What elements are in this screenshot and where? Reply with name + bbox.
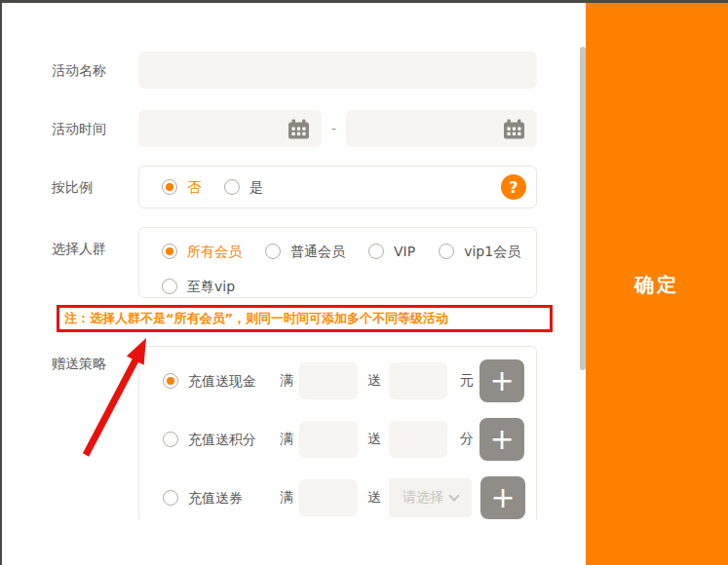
by-ratio-label: 按比例	[52, 166, 138, 197]
cash-give-input[interactable]	[389, 362, 447, 399]
gift-row-coupon: 充值送券 满 送 请选择 +	[163, 477, 536, 518]
radio-recharge-cash-label: 充值送现金	[188, 371, 270, 391]
coupon-select-placeholder: 请选择	[402, 489, 443, 507]
radio-button-icon	[368, 244, 384, 259]
radio-vip[interactable]: VIP	[368, 242, 415, 261]
radio-normal-members-label: 普通会员	[290, 242, 345, 261]
radio-recharge-coupon-label: 充值送券	[188, 488, 270, 508]
date-range-separator: -	[322, 121, 346, 136]
help-icon[interactable]: ?	[501, 174, 526, 200]
window-top-border	[0, 0, 728, 3]
radio-yes[interactable]: 是	[224, 177, 263, 197]
give-label: 送	[367, 372, 381, 390]
radio-all-members-label: 所有会员	[187, 242, 242, 261]
radio-button-icon	[162, 279, 177, 294]
activity-form: 活动名称 活动时间 -	[2, 3, 586, 565]
note-row: 注：选择人群不是“所有会员”，则同一时间可添加多个不同等级活动	[57, 305, 586, 332]
radio-button-icon	[224, 179, 240, 195]
gift-strategy-group: 充值送现金 满 送 元 + 充值送积分 满 送 分 +	[138, 346, 537, 519]
calendar-icon	[503, 119, 525, 139]
audience-row: 选择人群 所有会员 普通会员 VIP vip1会员	[52, 227, 586, 298]
radio-recharge-points[interactable]: 充值送积分	[163, 430, 270, 449]
activity-name-row: 活动名称	[52, 52, 586, 89]
note-text: 注：选择人群不是“所有会员”，则同一时间可添加多个不同等级活动	[64, 310, 448, 327]
radio-all-members[interactable]: 所有会员	[162, 242, 242, 261]
radio-yes-label: 是	[249, 177, 263, 197]
radio-button-icon	[265, 244, 281, 259]
by-ratio-group: 否 是 ?	[138, 166, 537, 208]
radio-vip1-label: vip1会员	[464, 242, 520, 261]
radio-button-icon	[163, 373, 178, 389]
radio-recharge-coupon[interactable]: 充值送券	[163, 488, 270, 508]
end-date-field[interactable]	[346, 110, 537, 147]
radio-supreme-vip[interactable]: 至尊vip	[162, 277, 235, 296]
audience-group: 所有会员 普通会员 VIP vip1会员 至尊vip	[138, 227, 537, 298]
unit-label: 分	[460, 431, 474, 448]
note-highlight-box: 注：选择人群不是“所有会员”，则同一时间可添加多个不同等级活动	[57, 305, 553, 332]
calendar-icon	[287, 119, 310, 139]
add-cash-rule-button[interactable]: +	[479, 359, 524, 402]
cash-threshold-input[interactable]	[299, 362, 358, 399]
activity-name-label: 活动名称	[52, 52, 138, 80]
start-date-field[interactable]	[138, 110, 322, 147]
add-coupon-rule-button[interactable]: +	[480, 476, 525, 519]
window-left-border	[0, 0, 2, 565]
radio-recharge-cash[interactable]: 充值送现金	[163, 371, 270, 391]
confirm-panel: 确定	[586, 3, 728, 565]
gift-row-points: 充值送积分 满 送 分 +	[163, 419, 536, 460]
radio-vip1[interactable]: vip1会员	[439, 242, 520, 261]
add-points-rule-button[interactable]: +	[479, 418, 524, 461]
audience-options-line2: 至尊vip	[162, 277, 526, 296]
audience-label: 选择人群	[52, 227, 138, 258]
scrollbar-thumb[interactable]	[580, 47, 586, 370]
confirm-button[interactable]: 确定	[634, 269, 679, 300]
points-give-input[interactable]	[389, 421, 447, 458]
activity-time-row: 活动时间 -	[52, 110, 586, 147]
radio-no-label: 否	[187, 177, 201, 197]
gift-strategy-row: 赠送策略 充值送现金 满 送 元 + 充值送积分 满	[52, 346, 586, 519]
radio-vip-label: VIP	[394, 242, 415, 261]
radio-button-icon	[439, 244, 454, 259]
give-label: 送	[367, 489, 381, 507]
give-label: 送	[367, 431, 381, 448]
by-ratio-row: 按比例 否 是 ?	[52, 166, 586, 208]
audience-options-line1: 所有会员 普通会员 VIP vip1会员	[162, 242, 526, 261]
radio-recharge-points-label: 充值送积分	[188, 430, 270, 449]
threshold-label: 满	[280, 431, 293, 448]
coupon-threshold-input[interactable]	[299, 479, 358, 516]
radio-button-icon	[163, 432, 178, 447]
date-range: -	[138, 110, 537, 147]
activity-name-input[interactable]	[138, 52, 537, 89]
radio-normal-members[interactable]: 普通会员	[265, 242, 345, 261]
radio-button-icon	[162, 179, 177, 195]
coupon-select[interactable]: 请选择	[389, 478, 472, 517]
gift-row-cash: 充值送现金 满 送 元 +	[163, 360, 536, 401]
radio-button-icon	[163, 490, 178, 506]
points-threshold-input[interactable]	[299, 421, 358, 458]
unit-label: 元	[460, 372, 474, 390]
radio-supreme-vip-label: 至尊vip	[187, 277, 235, 296]
activity-time-label: 活动时间	[52, 110, 138, 138]
chevron-down-icon	[448, 490, 459, 501]
threshold-label: 满	[280, 372, 293, 390]
threshold-label: 满	[280, 489, 293, 507]
gift-strategy-label: 赠送策略	[52, 346, 138, 373]
radio-no[interactable]: 否	[162, 177, 201, 197]
radio-button-icon	[162, 244, 177, 259]
